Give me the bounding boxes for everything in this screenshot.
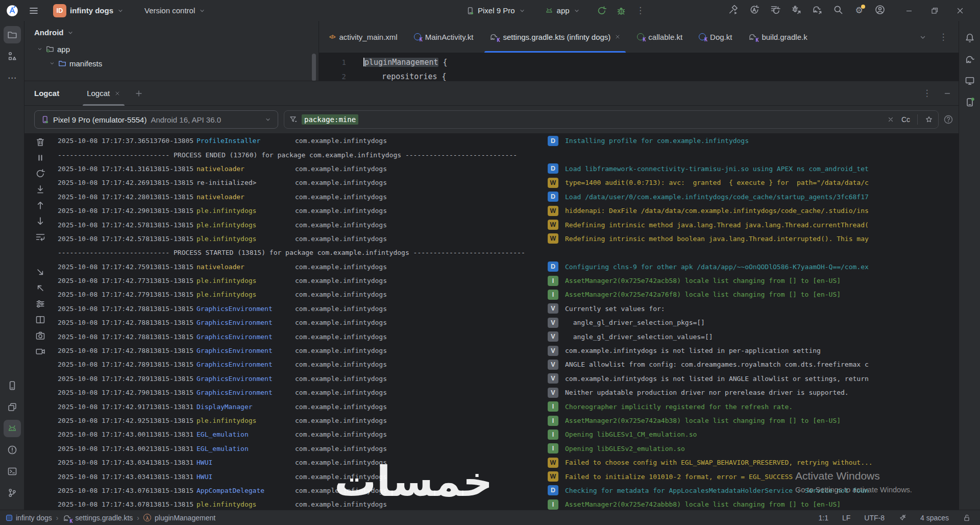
export-logs-button[interactable]	[33, 281, 47, 295]
gradle-tool-button[interactable]	[961, 51, 978, 68]
editor-tab[interactable]: Kcallable.kt	[629, 21, 691, 53]
logcat-filter-field[interactable]: package:mine Cc	[284, 110, 939, 129]
hide-logcat-icon[interactable]	[943, 89, 951, 98]
vcs-widget[interactable]: Version control	[140, 4, 210, 17]
logcat-device-selector[interactable]: Pixel 9 Pro (emulator-5554) Android 16, …	[34, 110, 278, 129]
close-tab-icon[interactable]	[615, 34, 621, 40]
running-devices-button[interactable]	[961, 93, 978, 111]
screen-record-button[interactable]	[33, 344, 47, 359]
gradle-sync-button[interactable]	[812, 5, 822, 17]
attach-debugger-button[interactable]	[791, 5, 801, 17]
log-row[interactable]: 2025-10-08 17:17:43.00213815-13831EGL_em…	[58, 442, 959, 456]
rerun-button[interactable]	[597, 6, 607, 16]
log-row[interactable]: 2025-10-08 17:17:42.79013815-13815Graphi…	[58, 386, 959, 399]
logcat-settings-button[interactable]	[33, 297, 47, 311]
editor-tab[interactable]: KMainActivity.kt	[406, 21, 482, 53]
device-selector[interactable]: Pixel 9 Pro	[462, 4, 530, 17]
chevron-down-icon[interactable]	[37, 46, 43, 52]
log-row[interactable]: 2025-10-08 17:17:42.28013815-13815native…	[58, 190, 959, 204]
tree-item-manifests[interactable]: manifests	[24, 56, 318, 70]
log-row[interactable]: 2025-10-08 17:17:41.31613815-13815native…	[58, 162, 959, 176]
run-configuration-selector[interactable]: app	[541, 4, 584, 17]
screenshot-button[interactable]	[33, 328, 47, 343]
log-row[interactable]: ---------------------------- PROCESS END…	[58, 148, 959, 161]
log-row[interactable]: 2025-10-08 17:17:37.36513760-13805Profil…	[58, 134, 959, 148]
scroll-to-end-button[interactable]	[33, 182, 47, 197]
editor-tab[interactable]: KDog.kt	[691, 21, 740, 53]
pause-logcat-button[interactable]	[33, 151, 47, 165]
log-row[interactable]: 2025-10-08 17:17:43.03413815-13831HWUIco…	[58, 456, 959, 469]
encoding-widget[interactable]: UTF-8	[864, 514, 885, 522]
log-row[interactable]: 2025-10-08 17:17:42.78913815-13815Graphi…	[58, 357, 959, 371]
log-row[interactable]: 2025-10-08 17:17:42.92513815-13815ple.in…	[58, 414, 959, 427]
favorite-filter-icon[interactable]	[925, 115, 933, 124]
window-restore-button[interactable]	[922, 0, 947, 21]
log-row[interactable]: 2025-10-08 17:17:42.57813815-13815ple.in…	[58, 232, 959, 246]
account-button[interactable]	[875, 5, 885, 17]
match-case-toggle[interactable]: Cc	[901, 115, 910, 124]
app-quality-insights-button[interactable]	[4, 377, 21, 394]
more-tool-windows-button[interactable]: ⋯	[4, 69, 21, 86]
editor-tab[interactable]: Kbuild.gradle.k	[740, 21, 815, 53]
import-logs-button[interactable]	[33, 265, 47, 279]
log-row[interactable]: 2025-10-08 17:17:42.77913815-13815ple.in…	[58, 288, 959, 301]
debug-button[interactable]	[616, 6, 626, 16]
log-row[interactable]: 2025-10-08 17:17:42.78813815-13815Graphi…	[58, 316, 959, 329]
editor-body[interactable]: 12 pluginManagement { repositories { 4	[319, 53, 959, 81]
log-row[interactable]: 2025-10-08 17:17:42.77313815-13815ple.in…	[58, 274, 959, 288]
app-inspection-button[interactable]	[4, 398, 21, 416]
structure-tool-button[interactable]	[4, 47, 21, 65]
logcat-filter-value[interactable]: package:mine	[302, 114, 358, 125]
log-row[interactable]: 2025-10-08 17:17:42.75913815-13815native…	[58, 260, 959, 274]
search-everywhere-button[interactable]	[833, 5, 843, 17]
log-row[interactable]: 2025-10-08 17:17:42.26913815-13815re-ini…	[58, 176, 959, 189]
log-row[interactable]: ---------------------------- PROCESS STA…	[58, 246, 959, 259]
editor-tab[interactable]: </>activity_main.xml	[321, 21, 406, 53]
log-row[interactable]: 2025-10-08 17:17:42.91713815-13831Displa…	[58, 399, 959, 413]
new-logcat-tab-icon[interactable]	[135, 89, 143, 98]
chevron-down-icon[interactable]	[49, 60, 55, 66]
device-explorer-button[interactable]	[961, 72, 978, 89]
breadcrumb-item[interactable]: λpluginManagement	[143, 514, 215, 522]
apply-changes-restart-button[interactable]	[749, 5, 760, 17]
indent-widget[interactable]: 4 spaces	[920, 514, 949, 522]
breadcrumb-item[interactable]: Ksettings.gradle.kts	[63, 514, 133, 522]
next-occurrence-button[interactable]	[33, 214, 47, 228]
more-run-options-icon[interactable]: ⋮	[635, 6, 646, 16]
highlighting-icon[interactable]	[898, 514, 906, 522]
log-row[interactable]: 2025-10-08 17:17:42.57813815-13815ple.in…	[58, 218, 959, 231]
tab-overflow-icon[interactable]	[919, 33, 927, 41]
logcat-options-icon[interactable]: ⋮	[922, 88, 932, 99]
terminal-tool-button[interactable]	[4, 463, 21, 480]
project-view-selector[interactable]: Android	[24, 21, 318, 42]
logcat-tool-button[interactable]	[4, 420, 21, 437]
log-row[interactable]: 2025-10-08 17:17:42.78813815-13815Graphi…	[58, 344, 959, 357]
log-row[interactable]: 2025-10-08 17:17:42.29013815-13815ple.in…	[58, 204, 959, 218]
tab-options-icon[interactable]: ⋮	[938, 32, 948, 42]
editor-code[interactable]: pluginManagement { repositories {	[363, 53, 448, 81]
breadcrumb-item[interactable]: infinty dogs	[6, 514, 52, 522]
tree-item-app[interactable]: app	[24, 42, 318, 56]
settings-button[interactable]: ⚙	[854, 6, 864, 16]
restart-logcat-button[interactable]	[33, 166, 47, 181]
window-minimize-button[interactable]	[896, 0, 922, 21]
problems-tool-button[interactable]	[4, 441, 21, 459]
log-row[interactable]: 2025-10-08 17:17:42.78813815-13815Graphi…	[58, 329, 959, 343]
help-icon[interactable]	[943, 114, 953, 125]
notifications-button[interactable]	[961, 29, 978, 46]
clear-logcat-button[interactable]	[33, 135, 47, 149]
main-menu-icon[interactable]	[29, 6, 39, 16]
editor-tab[interactable]: Ksettings.gradle.kts (infinty dogs)	[481, 21, 629, 53]
soft-wrap-button[interactable]	[33, 230, 47, 244]
log-row[interactable]: 2025-10-08 17:17:43.00113815-13831EGL_em…	[58, 427, 959, 441]
window-close-button[interactable]	[947, 0, 973, 21]
log-row[interactable]: 2025-10-08 17:17:43.07813815-13815ple.in…	[58, 497, 959, 510]
project-tool-button[interactable]	[4, 26, 21, 43]
previous-occurrence-button[interactable]	[33, 198, 47, 212]
read-write-lock-icon[interactable]	[963, 514, 971, 522]
clear-filter-icon[interactable]	[887, 116, 894, 123]
logcat-tab[interactable]: Logcat	[82, 81, 126, 106]
close-logcat-tab-icon[interactable]	[114, 90, 120, 97]
caret-position-widget[interactable]: 1:1	[818, 514, 828, 522]
apply-code-changes-button[interactable]	[770, 5, 780, 17]
